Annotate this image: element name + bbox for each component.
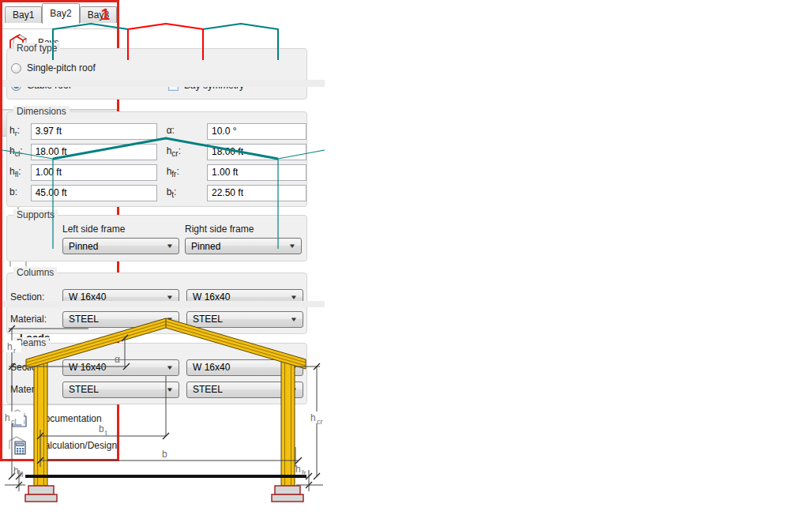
hfr-dim-label: h	[295, 464, 301, 475]
bays-overview-drawing	[53, 24, 278, 60]
splitter-1[interactable]	[2, 80, 325, 87]
panel-number-1: 1	[100, 5, 110, 24]
alpha-dim-label: α	[115, 354, 120, 365]
tab-bay2[interactable]: Bay2	[42, 3, 79, 24]
bay-tabs: Bay1 Bay2 Bay3	[2, 2, 5, 24]
frame-drawings: h r α h cl h cr b t b h fl h fr	[2, 2, 325, 509]
hcl-dim-label: h	[5, 412, 10, 423]
svg-text:cr: cr	[317, 418, 323, 426]
hr-dim-label: h	[7, 341, 13, 352]
svg-text:fl: fl	[20, 471, 24, 479]
selected-bay-drawing	[2, 138, 325, 249]
svg-text:r: r	[13, 347, 16, 355]
b-dim-label: b	[162, 449, 167, 460]
svg-text:fr: fr	[302, 469, 306, 477]
svg-text:cl: cl	[11, 418, 17, 426]
tab-bay1[interactable]: Bay1	[5, 6, 42, 23]
bt-dim-label: b	[99, 423, 104, 434]
splitter-2[interactable]	[2, 301, 325, 307]
cross-section-drawing: h r α h cl h cr b t b h fl h fr	[2, 318, 325, 502]
hcr-dim-label: h	[310, 412, 316, 423]
hfl-dim-label: h	[13, 465, 19, 476]
tab-bay3[interactable]: Bay3	[80, 6, 117, 23]
